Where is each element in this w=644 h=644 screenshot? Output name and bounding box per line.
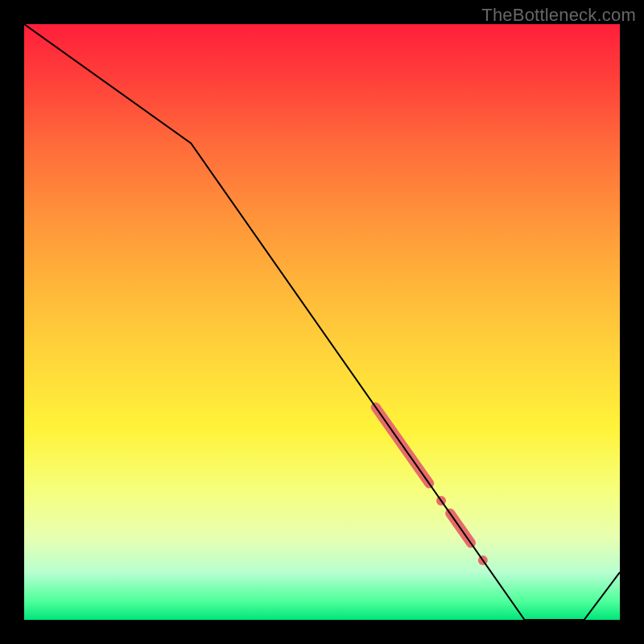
main-data-line [24,24,620,620]
chart-svg [24,24,620,620]
watermark-text: TheBottleneck.com [481,5,636,26]
